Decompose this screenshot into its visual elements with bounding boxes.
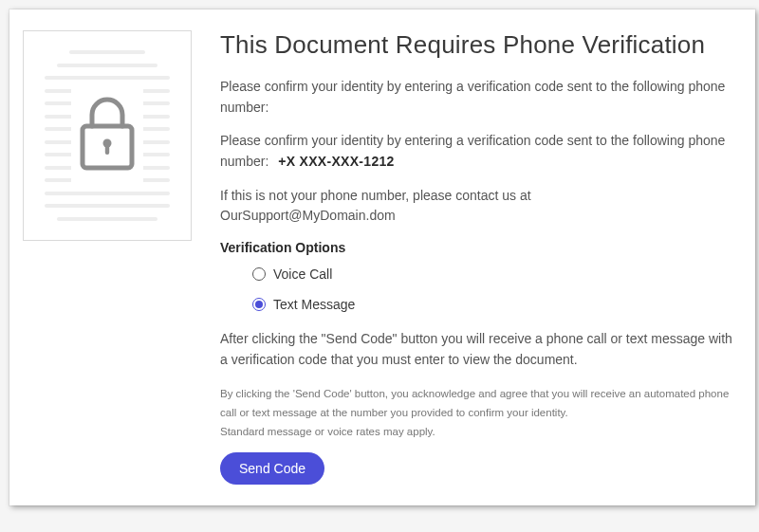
verification-dialog: This Document Requires Phone Verificatio… — [9, 9, 755, 505]
phone-number-value: +X XXX-XXX-1212 — [278, 154, 394, 169]
instruction-line-1: Please confirm your identity by entering… — [220, 77, 732, 118]
disclaimer-text: By clicking the 'Send Code' button, you … — [220, 384, 732, 441]
content-column: This Document Requires Phone Verificatio… — [192, 30, 732, 485]
send-code-button[interactable]: Send Code — [220, 452, 324, 485]
radio-voice-call[interactable] — [252, 267, 266, 281]
document-preview-column — [23, 30, 192, 485]
instruction-line-2: Please confirm your identity by entering… — [220, 131, 732, 172]
radio-text-message[interactable] — [252, 298, 266, 311]
option-voice-call-label: Voice Call — [273, 266, 332, 282]
not-your-number-text: If this is not your phone number, please… — [220, 188, 531, 203]
page-title: This Document Requires Phone Verificatio… — [220, 30, 732, 60]
option-voice-call[interactable]: Voice Call — [252, 266, 732, 282]
option-text-message-label: Text Message — [273, 297, 355, 312]
option-text-message[interactable]: Text Message — [252, 297, 732, 312]
verification-options-group: Voice Call Text Message — [220, 266, 732, 312]
support-email: OurSupport@MyDomain.dom — [220, 208, 396, 223]
lock-icon — [71, 88, 143, 183]
svg-rect-2 — [105, 143, 109, 155]
support-contact-line: If this is not your phone number, please… — [220, 186, 732, 227]
document-thumbnail — [23, 30, 192, 241]
after-send-explainer: After clicking the "Send Code" button yo… — [220, 329, 732, 370]
verification-options-heading: Verification Options — [220, 240, 732, 255]
